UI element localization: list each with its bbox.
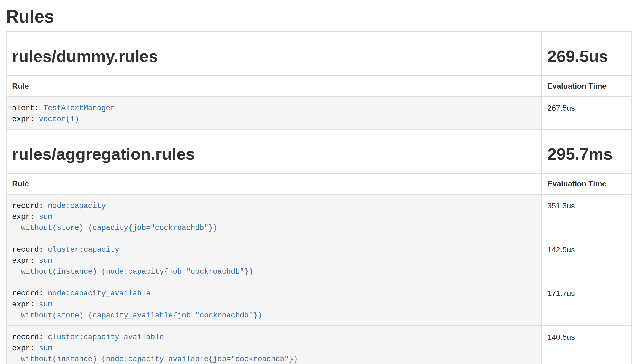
rule-evaluation-time: 142.5us: [542, 238, 632, 282]
rule-code: record: node:capacityexpr: sum without(s…: [12, 200, 536, 233]
group-total-evaluation-time: 295.7ms: [547, 145, 626, 163]
rule-code: record: cluster:capacity_availableexpr: …: [12, 332, 536, 364]
expr-label: expr:: [12, 300, 34, 309]
rule-line: expr: sum: [12, 255, 536, 266]
rule-type-label: record:: [12, 333, 43, 341]
group-file-cell: rules/aggregation.rules: [6, 129, 542, 173]
group-file-cell: rules/dummy.rules: [6, 32, 542, 76]
group-header-row: rules/aggregation.rules 295.7ms: [6, 129, 632, 173]
expr-link[interactable]: sum: [39, 300, 52, 309]
rule-code: record: cluster:capacityexpr: sum withou…: [12, 244, 536, 277]
group-header-row: rules/dummy.rules 269.5us: [6, 32, 632, 76]
expr-link[interactable]: sum: [39, 257, 52, 265]
group-total-time-cell: 295.7ms: [542, 129, 632, 173]
expr-label: expr:: [12, 257, 34, 265]
evaluation-time-column-header: Evaluation Time: [542, 76, 632, 97]
expr-label: expr:: [12, 213, 34, 221]
rule-code: record: node:capacity_availableexpr: sum…: [12, 288, 536, 321]
rule-line: alert: TestAlertManager: [12, 103, 536, 114]
expr-link[interactable]: sum: [39, 344, 52, 352]
expr-link[interactable]: sum: [39, 213, 52, 221]
rule-line: expr: vector(1): [12, 114, 536, 125]
rule-definition-cell: record: cluster:capacity_availableexpr: …: [6, 326, 542, 364]
rule-line: record: cluster:capacity: [12, 244, 536, 255]
rule-line: without(instance) (node:capacity_availab…: [12, 354, 536, 364]
expr-link[interactable]: vector(1): [39, 115, 79, 123]
rule-line: without(instance) (node:capacity{job="co…: [12, 266, 536, 277]
rule-column-header: Rule: [6, 76, 542, 97]
rule-code: alert: TestAlertManagerexpr: vector(1): [12, 103, 536, 125]
rule-type-label: record:: [12, 289, 43, 298]
rules-table: rules/dummy.rules 269.5us Rule Evaluatio…: [6, 31, 632, 364]
rule-line: without(store) (capacity_available{job="…: [12, 310, 536, 321]
expr-continuation-link[interactable]: without(store) (capacity{job="cockroachd…: [12, 224, 217, 232]
rule-line: record: node:capacity_available: [12, 288, 536, 299]
rules-page: { "page_title": "Rules", "columns": { "r…: [0, 0, 638, 364]
rule-definition-cell: record: node:capacityexpr: sum without(s…: [6, 194, 542, 238]
rule-line: expr: sum: [12, 211, 536, 222]
rule-name-link[interactable]: node:capacity: [48, 202, 106, 210]
rule-row: record: cluster:capacityexpr: sum withou…: [6, 238, 632, 282]
rule-name-link[interactable]: node:capacity_available: [48, 289, 151, 298]
rule-column-header: Rule: [6, 173, 542, 194]
group-total-time-cell: 269.5us: [542, 32, 632, 76]
page-title: Rules: [6, 6, 632, 27]
rule-type-label: record:: [12, 246, 43, 254]
rule-definition-cell: alert: TestAlertManagerexpr: vector(1): [6, 97, 542, 129]
rule-evaluation-time: 351.3us: [542, 194, 632, 238]
group-file-name: rules/aggregation.rules: [12, 145, 536, 163]
rule-name-link[interactable]: cluster:capacity: [48, 246, 119, 254]
rule-line: record: node:capacity: [12, 200, 536, 211]
evaluation-time-column-header: Evaluation Time: [542, 173, 632, 194]
rule-name-link[interactable]: TestAlertManager: [43, 104, 115, 112]
expr-continuation-link[interactable]: without(instance) (node:capacity_availab…: [12, 355, 298, 363]
rule-row: record: cluster:capacity_availableexpr: …: [6, 326, 632, 364]
rule-name-link[interactable]: cluster:capacity_available: [48, 333, 164, 341]
expr-continuation-link[interactable]: without(store) (capacity_available{job="…: [12, 311, 262, 320]
rule-row: alert: TestAlertManagerexpr: vector(1) 2…: [6, 97, 632, 129]
rule-row: record: node:capacityexpr: sum without(s…: [6, 194, 632, 238]
rule-definition-cell: record: cluster:capacityexpr: sum withou…: [6, 238, 542, 282]
group-file-name: rules/dummy.rules: [12, 47, 536, 66]
rule-type-label: record:: [12, 202, 43, 210]
rule-type-label: alert:: [12, 104, 39, 112]
rule-evaluation-time: 140.5us: [542, 326, 632, 364]
rule-evaluation-time: 171.7us: [542, 282, 632, 326]
expr-label: expr:: [12, 344, 34, 352]
expr-continuation-link[interactable]: without(instance) (node:capacity{job="co…: [12, 268, 253, 276]
group-total-evaluation-time: 269.5us: [547, 47, 626, 66]
rule-line: expr: sum: [12, 343, 536, 354]
expr-label: expr:: [12, 115, 34, 123]
rule-evaluation-time: 267.5us: [542, 97, 632, 129]
column-header-row: Rule Evaluation Time: [6, 173, 632, 194]
rule-definition-cell: record: node:capacity_availableexpr: sum…: [6, 282, 542, 326]
column-header-row: Rule Evaluation Time: [6, 76, 632, 97]
rule-row: record: node:capacity_availableexpr: sum…: [6, 282, 632, 326]
rule-line: expr: sum: [12, 299, 536, 310]
rule-line: without(store) (capacity{job="cockroachd…: [12, 222, 536, 233]
rule-line: record: cluster:capacity_available: [12, 332, 536, 343]
